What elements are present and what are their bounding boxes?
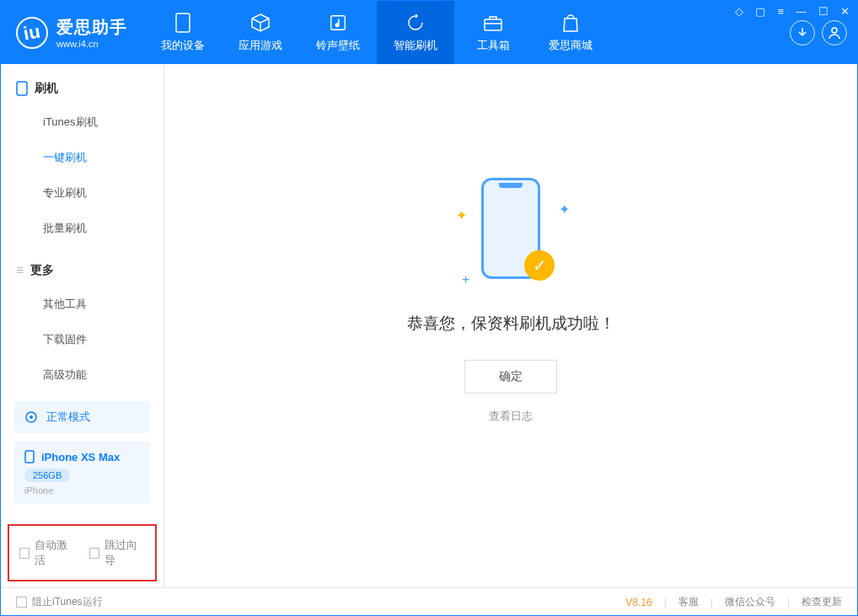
device-storage: 256GB	[24, 469, 70, 482]
phone-icon	[16, 81, 28, 96]
bag-icon	[560, 13, 581, 33]
music-icon	[328, 13, 348, 33]
app-subtitle: www.i4.cn	[56, 39, 127, 49]
menu-icon[interactable]: ≡	[777, 5, 784, 18]
svg-rect-2	[485, 19, 501, 30]
minimize-button[interactable]: ―	[796, 5, 807, 18]
main-nav: 我的设备 应用游戏 铃声壁纸 智能刷机 工具箱 爱思商城	[144, 1, 609, 64]
window-controls: ◇ ▢ ≡ ― ☐ ✕	[735, 5, 850, 18]
sidebar-item-itunes[interactable]: iTunes刷机	[1, 104, 164, 140]
checkbox-skip-guide[interactable]: 跳过向导	[89, 538, 146, 568]
checkbox-block-itunes[interactable]: 阻止iTunes运行	[16, 595, 103, 609]
device-name: iPhone XS Max	[41, 451, 120, 463]
sidebar-item-pro[interactable]: 专业刷机	[1, 175, 164, 211]
device-mode[interactable]: 正常模式	[14, 401, 150, 433]
maximize-button[interactable]: ☐	[818, 5, 829, 18]
success-illustration: ✓ ✦ ✦ +	[460, 178, 561, 287]
device-type: iPhone	[24, 485, 140, 495]
nav-my-device[interactable]: 我的设备	[144, 1, 222, 64]
success-message: 恭喜您，保资料刷机成功啦！	[407, 313, 615, 335]
logo-icon: iu	[16, 17, 48, 49]
version-label: V8.16	[625, 597, 652, 608]
download-button[interactable]	[790, 20, 815, 46]
view-log-link[interactable]: 查看日志	[489, 409, 533, 424]
main-content: ✓ ✦ ✦ + 恭喜您，保资料刷机成功啦！ 确定 查看日志	[164, 64, 857, 587]
highlighted-checkboxes: 自动激活 跳过向导	[8, 524, 157, 581]
ok-button[interactable]: 确定	[464, 360, 557, 394]
sidebar-header-flash: 刷机	[1, 81, 164, 104]
nav-apps[interactable]: 应用游戏	[222, 1, 299, 64]
checkbox-auto-activate[interactable]: 自动激活	[19, 538, 76, 568]
sidebar-header-more: ≡ 更多	[1, 263, 164, 287]
device-info[interactable]: iPhone XS Max 256GB iPhone	[14, 442, 150, 504]
wechat-link[interactable]: 微信公众号	[725, 595, 775, 609]
user-button[interactable]	[822, 20, 847, 46]
device-icon	[173, 13, 193, 33]
toolbox-icon	[483, 13, 503, 33]
sidebar-item-batch[interactable]: 批量刷机	[1, 211, 164, 246]
sidebar-item-other[interactable]: 其他工具	[1, 287, 164, 322]
sidebar-item-oneclick[interactable]: 一键刷机	[1, 140, 164, 175]
logo[interactable]: iu 爱思助手 www.i4.cn	[1, 1, 144, 64]
cube-icon	[250, 13, 271, 33]
update-link[interactable]: 检查更新	[802, 595, 842, 609]
feedback-icon[interactable]: ▢	[755, 5, 765, 18]
sidebar: 刷机 iTunes刷机 一键刷机 专业刷机 批量刷机 ≡ 更多 其他工具 下载固…	[1, 64, 164, 587]
close-button[interactable]: ✕	[840, 5, 850, 18]
list-icon: ≡	[16, 263, 24, 278]
phone-icon	[24, 450, 35, 463]
refresh-icon	[405, 13, 426, 33]
svg-rect-4	[17, 82, 27, 95]
sidebar-item-download[interactable]: 下载固件	[1, 322, 164, 357]
footer: 阻止iTunes运行 V8.16 | 客服 | 微信公众号 | 检查更新	[1, 587, 857, 616]
tshirt-icon[interactable]: ◇	[735, 5, 743, 18]
mode-icon	[24, 410, 38, 424]
svg-point-3	[832, 28, 837, 33]
nav-store[interactable]: 爱思商城	[532, 1, 609, 64]
svg-rect-0	[176, 13, 190, 32]
nav-ringtone[interactable]: 铃声壁纸	[299, 1, 377, 64]
nav-flash[interactable]: 智能刷机	[377, 1, 454, 64]
check-icon: ✓	[524, 250, 555, 281]
app-title: 爱思助手	[56, 16, 127, 39]
nav-toolbox[interactable]: 工具箱	[454, 1, 532, 64]
svg-rect-7	[25, 451, 34, 463]
header: iu 爱思助手 www.i4.cn 我的设备 应用游戏 铃声壁纸 智能刷机 工具…	[1, 1, 857, 64]
support-link[interactable]: 客服	[678, 595, 699, 609]
sidebar-item-advanced[interactable]: 高级功能	[1, 357, 164, 393]
svg-point-6	[29, 415, 33, 419]
